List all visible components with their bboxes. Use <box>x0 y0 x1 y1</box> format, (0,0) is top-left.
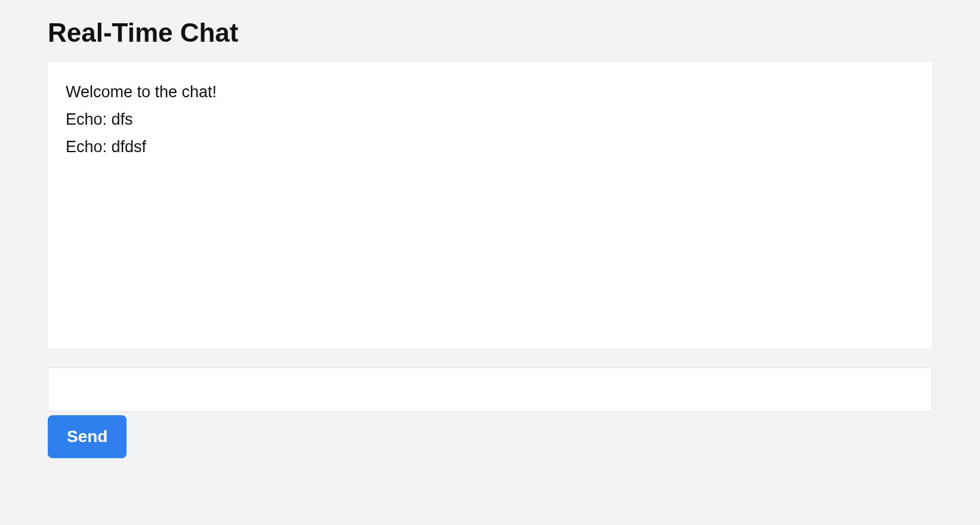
chat-message: Echo: dfs <box>66 106 914 134</box>
chat-window: Welcome to the chat! Echo: dfs Echo: dfd… <box>48 62 932 348</box>
chat-message: Echo: dfdsf <box>66 134 914 161</box>
send-button[interactable]: Send <box>48 415 127 458</box>
page-title: Real-Time Chat <box>48 18 932 48</box>
message-input[interactable] <box>48 368 932 412</box>
chat-message: Welcome to the chat! <box>66 79 914 106</box>
